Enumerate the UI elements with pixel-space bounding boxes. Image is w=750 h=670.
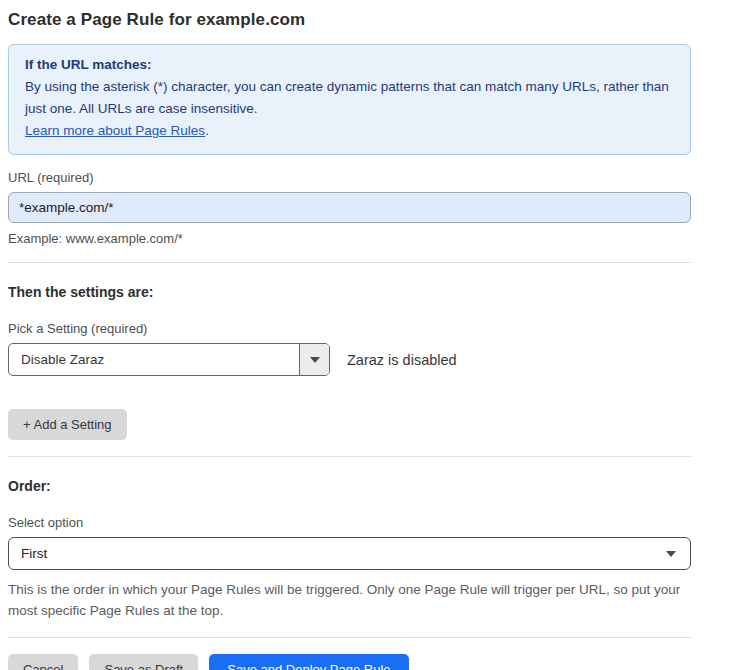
- save-and-deploy-button[interactable]: Save and Deploy Page Rule: [209, 654, 408, 670]
- page-rule-form: Create a Page Rule for example.com If th…: [8, 0, 691, 670]
- url-match-info-box: If the URL matches: By using the asteris…: [8, 44, 691, 155]
- setting-picker-label: Pick a Setting (required): [8, 321, 691, 336]
- learn-more-link[interactable]: Learn more about Page Rules: [25, 123, 205, 138]
- setting-select[interactable]: Disable Zaraz: [8, 343, 330, 376]
- save-as-draft-button[interactable]: Save as Draft: [89, 654, 198, 670]
- page-title: Create a Page Rule for example.com: [8, 10, 691, 30]
- order-select-value: First: [21, 546, 47, 561]
- order-select-label: Select option: [8, 515, 691, 530]
- divider: [8, 456, 691, 457]
- add-setting-button[interactable]: + Add a Setting: [8, 409, 127, 440]
- url-input[interactable]: [8, 192, 691, 223]
- chevron-down-icon: [666, 551, 676, 557]
- url-field-label: URL (required): [8, 170, 691, 185]
- action-button-row: Cancel Save as Draft Save and Deploy Pag…: [8, 654, 691, 670]
- info-link-period: .: [205, 123, 209, 138]
- cancel-button[interactable]: Cancel: [8, 654, 78, 670]
- order-description: This is the order in which your Page Rul…: [8, 579, 691, 621]
- order-select[interactable]: First: [8, 537, 691, 570]
- setting-status-text: Zaraz is disabled: [347, 352, 457, 368]
- setting-row: Disable Zaraz Zaraz is disabled: [8, 343, 691, 376]
- info-link-line: Learn more about Page Rules.: [25, 120, 674, 142]
- dropdown-arrow-icon: [310, 357, 320, 363]
- settings-section-heading: Then the settings are:: [8, 284, 691, 300]
- info-box-heading: If the URL matches:: [25, 54, 674, 76]
- divider: [8, 637, 691, 638]
- order-section-heading: Order:: [8, 478, 691, 494]
- divider: [8, 262, 691, 263]
- url-field-hint: Example: www.example.com/*: [8, 231, 691, 246]
- info-box-body: By using the asterisk (*) character, you…: [25, 76, 674, 120]
- setting-select-value: Disable Zaraz: [9, 344, 299, 375]
- setting-select-arrow-button[interactable]: [299, 344, 329, 375]
